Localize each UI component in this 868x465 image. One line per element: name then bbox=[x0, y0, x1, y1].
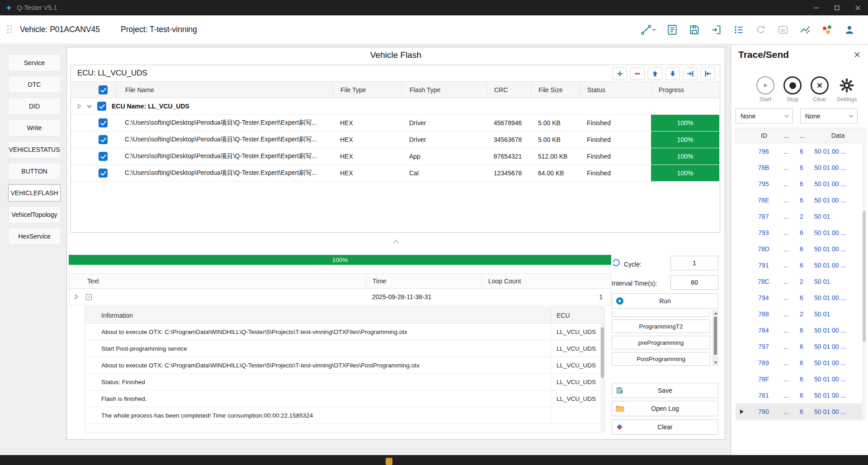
detail-row[interactable]: Flash is finished. LL_VCU_UDS bbox=[85, 390, 604, 407]
scroll-down-arrow[interactable] bbox=[714, 362, 717, 364]
import-icon[interactable] bbox=[711, 24, 722, 36]
trace-row[interactable]: 791...650 01 00 ... bbox=[736, 257, 866, 273]
table-row[interactable]: C:\Users\softing\Desktop\Perodua项目\Q-Tes… bbox=[71, 115, 719, 132]
open-log-button[interactable]: Open Log bbox=[612, 401, 718, 416]
header-ecu[interactable]: ECU bbox=[551, 307, 604, 323]
header-time[interactable]: Time bbox=[366, 274, 481, 288]
refresh-icon[interactable] bbox=[755, 24, 767, 36]
splitter-collapse-handle[interactable] bbox=[393, 237, 399, 245]
trace-row[interactable]: 78D...650 01 00 ... bbox=[736, 241, 866, 257]
header-loop-count[interactable]: Loop Count bbox=[481, 274, 611, 288]
trace-row[interactable]: 781...650 01 00 ... bbox=[736, 387, 866, 404]
sidebar-item-hexservice[interactable]: HexService bbox=[8, 228, 61, 245]
header-file-type[interactable]: File Type bbox=[333, 82, 402, 98]
chevron-down-icon[interactable] bbox=[87, 105, 92, 108]
save-icon[interactable] bbox=[689, 24, 700, 36]
export-list-button[interactable] bbox=[701, 67, 715, 80]
header-col2[interactable]: ... bbox=[779, 132, 794, 139]
row-checkbox[interactable] bbox=[99, 152, 108, 161]
sequence-button[interactable]: PostProgramming bbox=[612, 352, 710, 366]
detail-row[interactable]: About to execute OTX: C:\ProgramData\WIN… bbox=[85, 324, 604, 340]
sidebar-item-button[interactable]: BUTTON bbox=[8, 163, 61, 180]
trace-row[interactable]: 78F...650 01 00 ... bbox=[736, 371, 866, 387]
detail-row[interactable]: Status: Finished LL_VCU_UDS bbox=[85, 374, 604, 390]
table-row[interactable]: C:\Users\softing\Desktop\Perodua项目\Q-Tes… bbox=[71, 148, 719, 165]
header-information[interactable]: Information bbox=[85, 312, 551, 319]
row-checkbox[interactable] bbox=[99, 169, 108, 178]
header-status[interactable]: Status bbox=[580, 82, 651, 98]
stop-button[interactable] bbox=[783, 76, 802, 94]
user-icon[interactable] bbox=[844, 24, 855, 36]
run-button[interactable]: Run bbox=[612, 293, 718, 309]
trace-row[interactable]: 797...650 01 00 ... bbox=[736, 338, 866, 355]
table-row[interactable]: C:\Users\softing\Desktop\Perodua项目\Q-Tes… bbox=[71, 132, 719, 148]
log-session-row[interactable]: 2025-09-28-11-38-31 1 bbox=[69, 289, 611, 305]
scrollbar-thumb[interactable] bbox=[863, 211, 866, 342]
close-button[interactable] bbox=[847, 0, 868, 15]
detail-row[interactable]: Start Post-programming service LL_VCU_UD… bbox=[85, 340, 604, 357]
trace-row[interactable]: 787...250 01 bbox=[736, 208, 866, 225]
branch-expander-icon[interactable] bbox=[77, 103, 81, 109]
sidebar-item-write[interactable]: Write bbox=[8, 119, 61, 136]
trace-row[interactable]: 795...650 01 00 ... bbox=[736, 176, 866, 192]
trace-row[interactable]: 794...650 01 00 ... bbox=[736, 290, 866, 306]
trace-row[interactable]: 793...650 01 00 ... bbox=[736, 225, 866, 241]
trace-row[interactable]: 796...650 01 00 ... bbox=[736, 143, 866, 160]
import-list-button[interactable] bbox=[683, 67, 698, 80]
settings-button[interactable] bbox=[838, 76, 856, 94]
header-flash-type[interactable]: Flash Type bbox=[402, 82, 486, 98]
trace-row[interactable]: 78B...650 01 00 ... bbox=[736, 160, 866, 176]
detail-row[interactable]: About to execute OTX: C:\ProgramData\WIN… bbox=[85, 357, 604, 374]
sequence-scrollbar[interactable] bbox=[712, 310, 718, 366]
header-file-size[interactable]: File Size bbox=[531, 82, 580, 98]
maximize-button[interactable] bbox=[826, 0, 847, 15]
trace-row[interactable]: 789...650 01 00 ... bbox=[736, 355, 866, 371]
header-id[interactable]: ID bbox=[749, 132, 779, 139]
sequence-button-clipped[interactable] bbox=[612, 310, 710, 317]
table-row[interactable]: C:\Users\softing\Desktop\Perodua项目\Q-Tes… bbox=[71, 165, 719, 182]
connect-icon[interactable] bbox=[640, 24, 656, 36]
select-all-checkbox[interactable] bbox=[99, 85, 108, 94]
clear-trace-button[interactable] bbox=[811, 76, 829, 94]
expand-icon[interactable] bbox=[740, 409, 744, 414]
sidebar-item-vehiclestatus[interactable]: VEHICLESTATUS bbox=[8, 141, 61, 158]
header-progress[interactable]: Progress bbox=[651, 82, 719, 98]
remove-file-button[interactable] bbox=[630, 67, 645, 80]
group-checkbox[interactable] bbox=[97, 102, 106, 111]
close-icon[interactable] bbox=[853, 50, 862, 59]
trace-row[interactable]: 78C...250 01 bbox=[736, 273, 866, 290]
move-up-button[interactable] bbox=[648, 67, 662, 80]
branch-expander-icon[interactable] bbox=[75, 294, 79, 300]
collapse-all-icon[interactable] bbox=[86, 294, 92, 300]
clear-button[interactable]: Clear bbox=[612, 419, 718, 435]
sequence-button[interactable]: ProgrammingT2 bbox=[612, 319, 710, 333]
trace-scrollbar[interactable] bbox=[862, 143, 866, 420]
sidebar-item-vehicleflash[interactable]: VEHICLEFLASH bbox=[8, 184, 61, 202]
sidebar-item-vehicletopology[interactable]: VehicelTopology bbox=[8, 206, 61, 223]
header-col3[interactable]: ... bbox=[794, 132, 810, 139]
header-file-name[interactable]: File Name bbox=[116, 82, 333, 98]
filter-dropdown-2[interactable]: None bbox=[800, 108, 858, 123]
cycle-input[interactable] bbox=[670, 256, 718, 270]
row-checkbox[interactable] bbox=[99, 135, 108, 144]
sidebar-item-service[interactable]: Service bbox=[8, 54, 61, 71]
scrollbar-thumb[interactable] bbox=[714, 317, 717, 355]
header-crc[interactable]: CRC bbox=[486, 82, 531, 98]
grip-handle-icon[interactable] bbox=[7, 25, 13, 34]
filter-dropdown-1[interactable]: None bbox=[736, 108, 793, 123]
trend-icon[interactable] bbox=[799, 24, 811, 36]
detail-row[interactable]: The whole process has been completed! Ti… bbox=[85, 407, 604, 424]
taskbar-app-icon[interactable] bbox=[386, 458, 392, 465]
move-down-button[interactable] bbox=[665, 67, 680, 80]
trace-row[interactable]: 788...250 01 bbox=[736, 306, 866, 322]
sequence-button[interactable]: preProgramming bbox=[612, 336, 710, 349]
trace-row[interactable]: 784...650 01 00 ... bbox=[736, 322, 866, 338]
trace-row-selected[interactable]: 790 ... 6 50 01 00 ... bbox=[736, 404, 866, 420]
trace-row[interactable]: 78E...650 01 00 ... bbox=[736, 192, 866, 208]
checklist-icon[interactable] bbox=[733, 24, 745, 36]
sidebar-item-dtc[interactable]: DTC bbox=[8, 76, 61, 93]
header-text[interactable]: Text bbox=[69, 274, 366, 288]
minimize-button[interactable] bbox=[806, 0, 826, 15]
report-icon[interactable] bbox=[666, 24, 678, 36]
add-file-button[interactable] bbox=[613, 67, 627, 80]
